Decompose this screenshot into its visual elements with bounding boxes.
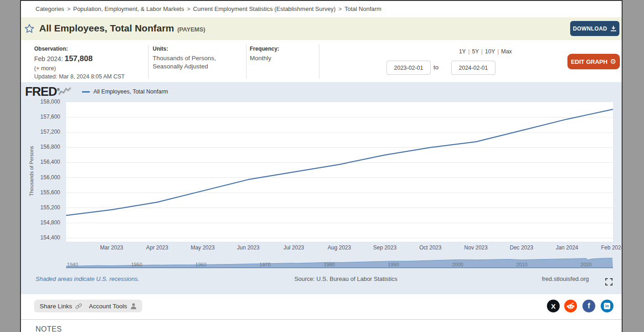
reddit-icon (566, 302, 575, 310)
observation-value: 157,808 (65, 54, 93, 63)
x-tick-label: May 2023 (191, 244, 215, 251)
y-tick-label: 158,000 (26, 99, 60, 105)
x-tick-label: Jun 2023 (237, 244, 259, 251)
meta-row: Observation: Feb 2024: 157,808 (+ more) … (21, 40, 622, 82)
x-tick-label: Apr 2023 (146, 244, 168, 251)
fred-logo: FRED® (25, 85, 59, 99)
plot-area[interactable] (66, 100, 613, 244)
page-background: Categories>Population, Employment, & Lab… (0, 0, 644, 332)
share-links-button[interactable]: Share Links (34, 300, 88, 312)
y-tick-label: 157,600 (26, 114, 60, 120)
frequency-value: Monthly (250, 54, 279, 62)
download-button[interactable]: DOWNLOAD (570, 21, 619, 36)
account-tools-button[interactable]: Account Tools (83, 300, 142, 312)
x-tick-label: Mar 2023 (100, 244, 124, 251)
breadcrumb-item: Total Nonfarm (345, 5, 381, 12)
notes-heading: NOTES (36, 325, 62, 332)
title-bar: All Employees, Total Nonfarm(PAYEMS) DOW… (21, 17, 622, 40)
y-tick-label: 154,400 (26, 234, 60, 241)
navigator-svg (66, 257, 613, 268)
frequency-block: Frequency: Monthly (250, 46, 279, 62)
breadcrumb-item[interactable]: Population, Employment, & Labor Markets (73, 5, 184, 12)
frequency-label: Frequency: (250, 46, 279, 52)
navigator-year-label: 1990 (388, 262, 399, 267)
footer-bar: Share Links Account Tools X (21, 294, 622, 319)
plot-svg (66, 100, 613, 244)
observation-label: Observation: (34, 46, 125, 52)
navigator-year-label: 1980 (324, 262, 335, 267)
facebook-icon: f (587, 301, 590, 311)
fred-page-container: Categories>Population, Employment, & Lab… (20, 0, 623, 332)
person-icon (130, 303, 137, 309)
fullscreen-icon[interactable] (605, 278, 613, 285)
fred-logo-sparkline-icon (58, 87, 72, 97)
x-tick-label: Sep 2023 (373, 244, 397, 251)
date-range-to-label: to (433, 64, 438, 71)
end-date-input[interactable] (451, 61, 495, 75)
x-tick-label: Jan 2024 (556, 244, 578, 251)
source-text: Source: U.S. Bureau of Labor Statistics (278, 275, 414, 282)
share-x-button[interactable]: X (547, 300, 560, 312)
share-linkedin-button[interactable]: in (601, 300, 613, 312)
preset-10y[interactable]: 10Y (485, 48, 495, 55)
download-icon (610, 26, 617, 31)
navigator-year-label: 1940 (67, 262, 78, 267)
plot-background (66, 102, 613, 242)
site-link[interactable]: fred.stlouisfed.org (498, 275, 589, 282)
linkedin-icon: in (604, 303, 610, 309)
breadcrumb-separator: > (67, 5, 71, 12)
edit-graph-label: EDIT GRAPH (571, 58, 608, 65)
preset-max[interactable]: Max (501, 48, 512, 55)
preset-separator: | (481, 48, 483, 55)
start-date-input[interactable] (386, 61, 431, 75)
divider (246, 45, 247, 78)
y-tick-label: 156,800 (26, 144, 60, 150)
y-tick-label: 156,000 (26, 174, 60, 181)
preset-separator: | (468, 48, 469, 55)
gear-icon: ⚙ (610, 58, 616, 65)
navigator-year-label: 2020 (581, 262, 592, 267)
y-tick-label: 155,600 (26, 189, 60, 196)
page-title: All Employees, Total Nonfarm(PAYEMS) (39, 23, 205, 34)
chart-legend: All Employees, Total Nonfarm (82, 88, 168, 95)
divider (148, 45, 149, 78)
observation-more-link[interactable]: (+ more) (34, 65, 125, 72)
navigator-year-label: 1970 (259, 262, 270, 267)
navigator-year-label: 2010 (516, 262, 527, 267)
share-reddit-button[interactable] (564, 300, 577, 312)
navigator-year-label: 2000 (452, 262, 463, 267)
share-facebook-button[interactable]: f (582, 300, 595, 312)
edit-graph-button[interactable]: EDIT GRAPH ⚙ (567, 54, 620, 69)
breadcrumb-separator: > (187, 5, 191, 12)
observation-updated: Updated: Mar 8, 2024 8:05 AM CST (34, 73, 125, 80)
legend-label: All Employees, Total Nonfarm (93, 88, 168, 95)
y-tick-label: 154,800 (26, 219, 60, 226)
units-line1: Thousands of Persons, (153, 54, 216, 62)
breadcrumb: Categories>Population, Employment, & Lab… (21, 1, 622, 17)
x-icon: X (551, 302, 556, 310)
observation-date: Feb 2024: (34, 55, 63, 62)
x-tick-label: Nov 2023 (464, 244, 488, 251)
graph-panel: FRED® All Employees, Total Nonfarm Thous… (21, 82, 622, 294)
preset-5y[interactable]: 5Y (472, 48, 479, 55)
units-label: Units: (153, 46, 216, 52)
download-label: DOWNLOAD (573, 26, 607, 32)
favorite-star-icon[interactable] (25, 24, 34, 33)
preset-1y[interactable]: 1Y (459, 48, 466, 55)
range-presets: 1Y|5Y|10Y|Max (440, 48, 531, 55)
breadcrumb-item[interactable]: Current Employment Statistics (Establish… (193, 5, 336, 12)
units-line2: Seasonally Adjusted (153, 62, 216, 71)
share-links-label: Share Links (40, 303, 72, 310)
account-tools-label: Account Tools (89, 303, 127, 310)
units-block: Units: Thousands of Persons, Seasonally … (153, 46, 216, 71)
divider (319, 45, 319, 78)
x-tick-label: Jul 2023 (283, 244, 304, 251)
breadcrumb-item[interactable]: Categories (36, 5, 64, 12)
range-slider[interactable]: 194019501960197019801990200020102020 (66, 257, 613, 268)
x-tick-label: Oct 2023 (419, 244, 442, 251)
y-tick-label: 157,200 (26, 129, 60, 135)
notes-section: NOTES (21, 319, 622, 332)
x-tick-label: Feb 2024 (601, 244, 622, 251)
y-tick-label: 156,400 (26, 159, 60, 165)
recessions-note-link[interactable]: Shaded areas indicate U.S. recessions. (36, 275, 139, 282)
